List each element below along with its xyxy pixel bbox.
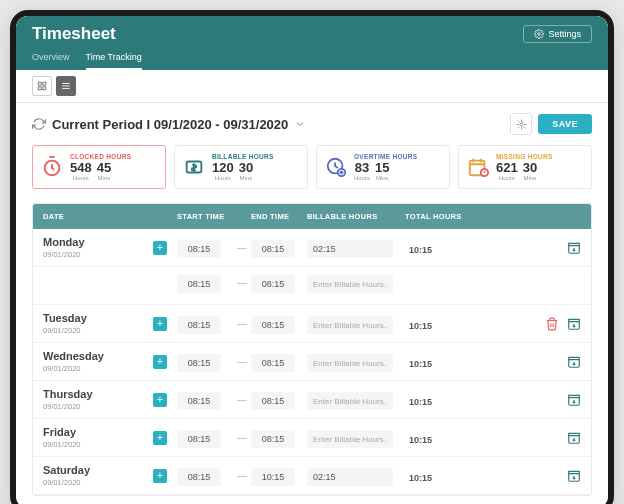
svg-rect-1 bbox=[38, 82, 41, 85]
day-date: 09/01/2020 bbox=[43, 326, 153, 335]
day-date: 09/01/2020 bbox=[43, 364, 153, 373]
svg-rect-3 bbox=[38, 87, 41, 90]
table-row: Wednesday 09/01/2020 + — 10:15 bbox=[33, 343, 591, 381]
add-entry-button[interactable]: + bbox=[153, 355, 167, 369]
time-separator: — bbox=[233, 356, 251, 367]
time-separator: — bbox=[233, 242, 251, 253]
start-time-input[interactable] bbox=[177, 430, 221, 448]
archive-icon[interactable] bbox=[567, 393, 581, 407]
tab-time-tracking[interactable]: Time Tracking bbox=[86, 48, 142, 70]
stat-clocked-hours: CLOCKED HOURS 548Hours 45Mins bbox=[32, 145, 166, 189]
total-hours: 10:15 bbox=[405, 245, 432, 255]
time-separator: — bbox=[233, 277, 251, 288]
gear-icon bbox=[516, 119, 527, 130]
billable-input[interactable] bbox=[307, 275, 393, 293]
time-separator: — bbox=[233, 470, 251, 481]
billable-input[interactable] bbox=[307, 430, 393, 448]
period-settings-button[interactable] bbox=[510, 113, 532, 135]
billable-input[interactable] bbox=[307, 316, 393, 334]
stat-overtime-hours: OVERTIME HOURS 83Hours 15Mins bbox=[316, 145, 450, 189]
archive-icon[interactable] bbox=[567, 469, 581, 483]
end-time-input[interactable] bbox=[251, 240, 295, 258]
total-hours: 10:15 bbox=[405, 397, 432, 407]
total-hours: 10:15 bbox=[405, 359, 432, 369]
archive-icon[interactable] bbox=[567, 317, 581, 331]
table-header: DATE START TIME END TIME BILLABLE HOURS … bbox=[33, 204, 591, 229]
end-time-input[interactable] bbox=[251, 392, 295, 410]
archive-icon[interactable] bbox=[567, 355, 581, 369]
add-entry-button[interactable]: + bbox=[153, 431, 167, 445]
col-header-billable: BILLABLE HOURS bbox=[307, 212, 405, 221]
dollar-icon bbox=[183, 156, 205, 178]
day-name: Wednesday bbox=[43, 350, 153, 363]
refresh-icon[interactable] bbox=[32, 117, 46, 131]
end-time-input[interactable] bbox=[251, 468, 295, 486]
archive-icon[interactable] bbox=[567, 431, 581, 445]
col-header-end: END TIME bbox=[251, 212, 307, 221]
table-row-sub: — bbox=[33, 267, 591, 305]
save-button[interactable]: SAVE bbox=[538, 114, 592, 134]
view-toolbar bbox=[16, 70, 608, 103]
stopwatch-icon bbox=[41, 156, 63, 178]
end-time-input[interactable] bbox=[251, 316, 295, 334]
day-date: 09/01/2020 bbox=[43, 250, 153, 259]
start-time-input[interactable] bbox=[177, 392, 221, 410]
stat-label: CLOCKED HOURS bbox=[70, 153, 131, 160]
col-header-total: TOTAL HOURS bbox=[405, 212, 475, 221]
day-name: Thursday bbox=[43, 388, 153, 401]
stat-label: MISSING HOURS bbox=[496, 153, 553, 160]
add-entry-button[interactable]: + bbox=[153, 241, 167, 255]
view-list-button[interactable] bbox=[56, 76, 76, 96]
total-hours: 10:15 bbox=[405, 321, 432, 331]
time-separator: — bbox=[233, 432, 251, 443]
grid-icon bbox=[37, 81, 47, 91]
start-time-input[interactable] bbox=[177, 240, 221, 258]
billable-input[interactable] bbox=[307, 392, 393, 410]
day-name: Tuesday bbox=[43, 312, 153, 325]
total-hours: 10:15 bbox=[405, 435, 432, 445]
start-time-input[interactable] bbox=[177, 275, 221, 293]
list-icon bbox=[61, 81, 71, 91]
chevron-down-icon[interactable] bbox=[294, 118, 306, 130]
table-row: Friday 09/01/2020 + — 10:15 bbox=[33, 419, 591, 457]
billable-input[interactable] bbox=[307, 240, 393, 258]
period-title: Current Period I 09/1/2020 - 09/31/2020 bbox=[52, 117, 288, 132]
add-entry-button[interactable]: + bbox=[153, 317, 167, 331]
end-time-input[interactable] bbox=[251, 354, 295, 372]
delete-icon[interactable] bbox=[545, 317, 559, 331]
table-row: Monday 09/01/2020 + — 10:15 bbox=[33, 229, 591, 267]
tab-overview[interactable]: Overview bbox=[32, 48, 70, 70]
svg-point-0 bbox=[538, 33, 541, 36]
end-time-input[interactable] bbox=[251, 275, 295, 293]
add-entry-button[interactable]: + bbox=[153, 393, 167, 407]
svg-rect-2 bbox=[43, 82, 46, 85]
header-tabs: Overview Time Tracking bbox=[32, 48, 592, 70]
add-entry-button[interactable]: + bbox=[153, 469, 167, 483]
day-name: Friday bbox=[43, 426, 153, 439]
billable-input[interactable] bbox=[307, 468, 393, 486]
day-date: 09/01/2020 bbox=[43, 440, 153, 449]
time-separator: — bbox=[233, 394, 251, 405]
stat-missing-hours: MISSING HOURS 621Hours 30Mins bbox=[458, 145, 592, 189]
end-time-input[interactable] bbox=[251, 430, 295, 448]
table-row: Thursday 09/01/2020 + — 10:15 bbox=[33, 381, 591, 419]
start-time-input[interactable] bbox=[177, 316, 221, 334]
total-hours: 10:15 bbox=[405, 473, 432, 483]
archive-icon[interactable] bbox=[567, 241, 581, 255]
stat-billable-hours: BILLABLE HOURS 120Hours 30Mins bbox=[174, 145, 308, 189]
time-separator: — bbox=[233, 318, 251, 329]
page-title: Timesheet bbox=[32, 24, 116, 44]
day-name: Saturday bbox=[43, 464, 153, 477]
svg-rect-4 bbox=[43, 87, 46, 90]
svg-point-8 bbox=[520, 123, 523, 126]
start-time-input[interactable] bbox=[177, 468, 221, 486]
clock-plus-icon bbox=[325, 156, 347, 178]
billable-input[interactable] bbox=[307, 354, 393, 372]
settings-button[interactable]: Settings bbox=[523, 25, 592, 43]
start-time-input[interactable] bbox=[177, 354, 221, 372]
settings-label: Settings bbox=[548, 29, 581, 39]
app-header: Timesheet Settings Overview Time Trackin… bbox=[16, 16, 608, 70]
view-grid-button[interactable] bbox=[32, 76, 52, 96]
col-header-date: DATE bbox=[43, 212, 153, 221]
table-row: Saturday 09/01/2020 + — 10:15 bbox=[33, 457, 591, 495]
